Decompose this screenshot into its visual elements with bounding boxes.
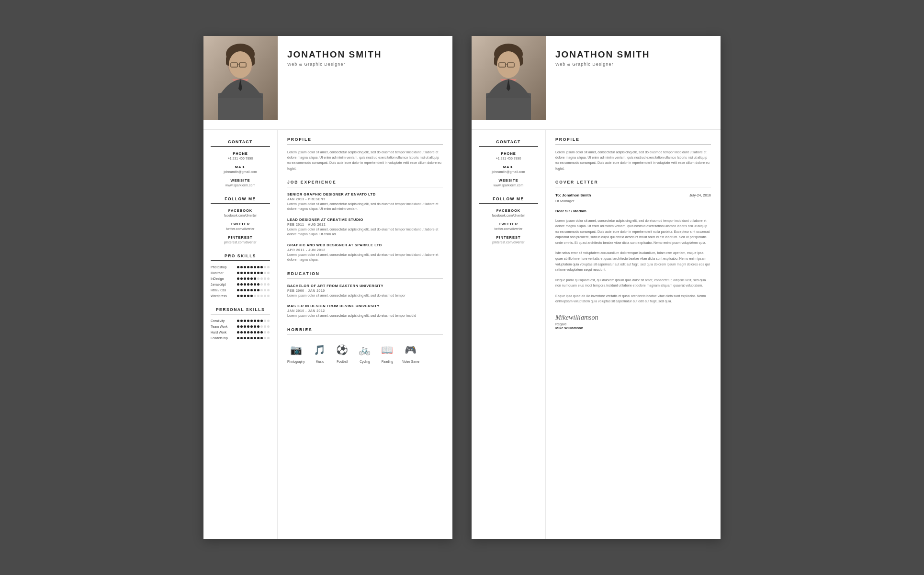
personal-skill-dot: [260, 325, 263, 328]
job-desc: Lorem ipsum dolor sit amet, consectetur …: [287, 227, 443, 237]
website-item-2: WEBSITE www.sparklerm.com: [479, 178, 538, 187]
facebook-item: FACEBOOK facebook.com/diverter: [211, 208, 270, 217]
hobby-icon: 📖: [380, 342, 395, 357]
skill-dot: [264, 272, 266, 274]
skill-row: Photoshop: [211, 265, 270, 269]
personal-skill-name: Creativity: [211, 319, 237, 322]
skill-dot: [247, 277, 249, 280]
skill-name: Html / Css: [211, 288, 237, 292]
personal-skill-dots: [237, 337, 270, 339]
twitter-label: TWITTER: [211, 222, 270, 226]
cover-paragraph: Iste natus error sit voluptatem accusant…: [555, 250, 711, 272]
skill-dot: [250, 295, 253, 297]
edu-title: MASTER IN DESIGN FROM DEVINE UNIVERSITY: [287, 304, 443, 308]
resume-body-2: CONTACT PHONE +1 231 456 7890 MAIL johna…: [472, 130, 721, 539]
personal-skill-dot: [254, 331, 256, 334]
skill-dot: [247, 295, 249, 297]
job-title: SENIOR GRAPHIC DESIGNER AT ENVATO LTD: [287, 192, 443, 196]
skill-dots: [237, 277, 270, 280]
signature-name: Mike Williamson: [555, 326, 711, 330]
personal-skill-dot: [250, 337, 253, 339]
skill-row: Illustraor: [211, 271, 270, 275]
personal-skill-dot: [250, 325, 253, 328]
skill-dot: [244, 272, 246, 274]
main-content-1: PROFILE Lorem ipsum dolor sit amet, cons…: [278, 130, 452, 539]
skill-dots: [237, 283, 270, 286]
cover-to: To: Jonathon Smith: [555, 193, 591, 197]
personal-skill-dots: [237, 320, 270, 322]
skill-dot: [247, 272, 249, 274]
skill-dot: [260, 266, 263, 268]
skill-name: Javascript: [211, 283, 237, 286]
skill-dots: [237, 272, 270, 274]
personal-skill-dot: [240, 320, 243, 322]
facebook-value-2: facebook.com/diverter: [479, 214, 538, 217]
personal-skill-dot: [240, 337, 243, 339]
mail-label-2: MAIL: [479, 165, 538, 169]
personal-skill-name: Hard Work: [211, 331, 237, 334]
personal-skill-dot: [237, 331, 239, 334]
cover-signature: Mikewilliamson Regard Mike Williamson: [555, 314, 711, 330]
hobby-label: Reading: [382, 360, 393, 363]
cover-paragraph: Lorem ipsum dolor sit amet, consectetur …: [555, 218, 711, 246]
resume-body-1: CONTACT PHONE +1 231 456 7890 MAIL johna…: [203, 130, 452, 539]
skill-dot: [267, 266, 270, 268]
skill-dot: [240, 289, 243, 291]
edu-desc: Lorem ipsum dolor sit amet, consectetur …: [287, 293, 443, 299]
profile-photo-1: [203, 36, 278, 120]
skill-dot: [264, 277, 266, 280]
personal-skill-dot: [247, 331, 249, 334]
skill-dot: [254, 266, 256, 268]
skill-dot: [254, 277, 256, 280]
skill-dot: [254, 295, 256, 297]
facebook-label: FACEBOOK: [211, 208, 270, 213]
education-entry: BACHELOR OF ART FROM EASTERN UNIVERSITY …: [287, 284, 443, 299]
personal-skill-dot: [267, 325, 270, 328]
sidebar-2: CONTACT PHONE +1 231 456 7890 MAIL johna…: [472, 130, 546, 539]
follow-title-2: FOLLOW ME: [479, 196, 538, 204]
skill-dot: [240, 283, 243, 286]
cover-to-row: To: Jonathon Smith July-24, 2016: [555, 193, 711, 197]
personal-skill-dot: [237, 337, 239, 339]
skill-row: Html / Css: [211, 288, 270, 292]
skill-dot: [237, 295, 239, 297]
skill-dot: [240, 277, 243, 280]
hobby-label: Football: [337, 360, 348, 363]
skill-dot: [244, 289, 246, 291]
skill-dot: [264, 266, 266, 268]
hobby-item: 🎮 Video Game: [402, 342, 419, 363]
pinterest-label: PINTEREST: [211, 235, 270, 240]
skill-dot: [237, 283, 239, 286]
skill-dot: [264, 295, 266, 297]
job-title: GRAPHIC AND WEB DESIGNER AT SPARKLE LTD: [287, 243, 443, 247]
skill-dot: [240, 272, 243, 274]
skill-row: Javascript: [211, 283, 270, 286]
skill-dot: [247, 266, 249, 268]
personal-skill-dot: [244, 320, 246, 322]
personal-skill-dot: [257, 337, 259, 339]
job-desc: Lorem ipsum dolor sit amet, consectetur …: [287, 202, 443, 212]
personal-skill-dot: [260, 331, 263, 334]
twitter-value: twitter.com/diverter: [211, 227, 270, 230]
twitter-item-2: TWITTER twitter.com/diverter: [479, 222, 538, 230]
education-title: EDUCATION: [287, 271, 443, 279]
hobby-item: 📷 Photography: [287, 342, 305, 363]
personal-skill-dot: [257, 331, 259, 334]
personal-skill-dot: [244, 325, 246, 328]
jobs-list: SENIOR GRAPHIC DESIGNER AT ENVATO LTD JA…: [287, 192, 443, 263]
job-exp-title: JOB EXPERIENCE: [287, 180, 443, 187]
skill-dot: [244, 266, 246, 268]
resume-title-2: Web & Graphic Designer: [555, 62, 711, 67]
profile-section-2: PROFILE Lorem ipsum dolor sit amet, cons…: [555, 137, 711, 171]
personal-skill-dot: [244, 331, 246, 334]
skill-dot: [267, 295, 270, 297]
resume-title-1: Web & Graphic Designer: [287, 62, 443, 67]
hobby-item: 🚲 Cycling: [357, 342, 372, 363]
personal-skill-row: Team Work: [211, 325, 270, 328]
hobby-icon: 🎵: [312, 342, 327, 357]
personal-skill-dot: [244, 337, 246, 339]
twitter-label-2: TWITTER: [479, 222, 538, 226]
job-desc: Lorem ipsum dolor sit amet, consectetur …: [287, 253, 443, 263]
profile-text-2: Lorem ipsum dolor sit amet, consectetur …: [555, 150, 711, 171]
skill-dot: [257, 266, 259, 268]
